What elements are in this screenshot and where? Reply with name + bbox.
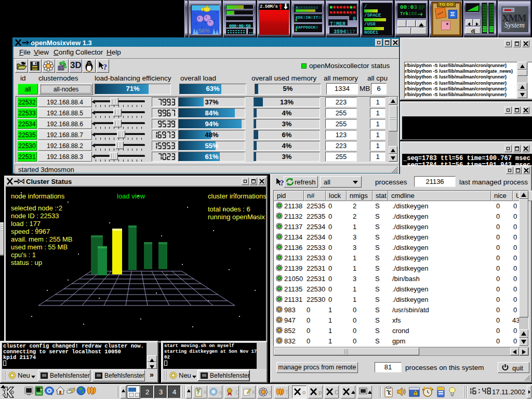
svg-text:?: ? [103,62,107,71]
svg-text:!: ! [415,391,416,395]
svg-text:?: ? [196,390,200,395]
svg-text:56%: 56% [198,28,210,34]
